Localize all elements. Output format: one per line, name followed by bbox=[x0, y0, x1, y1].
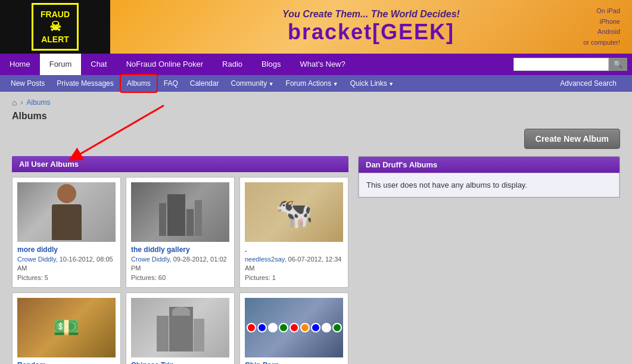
fraud-alert-line2: ALERT bbox=[41, 35, 70, 44]
album-card[interactable]: Chinese Trip bbox=[126, 293, 235, 364]
dan-druff-header: Dan Druff's Albums bbox=[359, 157, 619, 173]
create-album-row: Create New Album bbox=[12, 129, 620, 149]
album-user-3[interactable]: needless2say bbox=[245, 256, 284, 263]
banner-logo-part2: [GEEK] bbox=[372, 20, 454, 44]
album-thumb-3: 🐄 bbox=[245, 182, 343, 242]
album-name-4[interactable]: Random bbox=[17, 361, 116, 364]
right-panel: Dan Druff's Albums This user does not ha… bbox=[358, 156, 620, 364]
banner-right: On iPad iPhone Android or computer! bbox=[583, 6, 620, 48]
fraud-skull: ☠ bbox=[41, 19, 70, 35]
search-button[interactable]: 🔍 bbox=[609, 58, 627, 71]
album-card[interactable]: Chip Porn PLOL, 03-06-2012, bbox=[239, 293, 348, 364]
create-new-album-button[interactable]: Create New Album bbox=[524, 129, 620, 149]
nav-blogs[interactable]: Blogs bbox=[252, 54, 291, 75]
subnav-community[interactable]: Community bbox=[225, 75, 279, 92]
dan-panel: Dan Druff's Albums This user does not ha… bbox=[358, 156, 620, 198]
album-thumb-4: 💵 bbox=[17, 298, 116, 357]
page-title: Albums bbox=[12, 111, 620, 122]
left-panel: All User Albums more diddly Crowe Diddly… bbox=[12, 156, 348, 364]
all-user-albums-header: All User Albums bbox=[12, 156, 348, 172]
main-nav: Home Forum Chat NoFraud Online Poker Rad… bbox=[0, 54, 632, 75]
dan-druff-empty-message: This user does not have any albums to di… bbox=[359, 173, 619, 197]
subnav-forum-actions[interactable]: Forum Actions bbox=[280, 75, 344, 92]
album-name-2[interactable]: the diddly gallery bbox=[131, 245, 229, 254]
nav-radio[interactable]: Radio bbox=[213, 54, 252, 75]
album-user-2[interactable]: Crowe Diddly bbox=[131, 256, 170, 263]
album-card[interactable]: more diddly Crowe Diddly, 10-16-2012, 08… bbox=[12, 177, 121, 288]
subnav-private-messages[interactable]: Private Messages bbox=[51, 75, 119, 92]
album-card[interactable]: the diddly gallery Crowe Diddly, 09-28-2… bbox=[126, 177, 235, 288]
album-thumb-1 bbox=[17, 182, 116, 242]
subnav-new-posts[interactable]: New Posts bbox=[5, 75, 51, 92]
album-name-1[interactable]: more diddly bbox=[17, 245, 116, 254]
nav-forum[interactable]: Forum bbox=[40, 54, 82, 75]
subnav-calendar[interactable]: Calendar bbox=[184, 75, 225, 92]
album-grid: more diddly Crowe Diddly, 10-16-2012, 08… bbox=[12, 172, 348, 364]
banner-text: You Create Them... The World Decides! br… bbox=[282, 9, 460, 45]
subnav-quick-links[interactable]: Quick Links bbox=[344, 75, 400, 92]
breadcrumb-albums-link[interactable]: Albums bbox=[26, 98, 50, 107]
fraud-alert-line1: FRAUD bbox=[41, 10, 70, 19]
album-name-6[interactable]: Chip Porn bbox=[245, 361, 343, 364]
banner: You Create Them... The World Decides! br… bbox=[110, 0, 632, 54]
nav-chat[interactable]: Chat bbox=[81, 54, 116, 75]
album-thumb-6 bbox=[245, 298, 343, 357]
advanced-search-link[interactable]: Advanced Search bbox=[554, 75, 622, 92]
album-name-5[interactable]: Chinese Trip bbox=[131, 361, 229, 364]
album-user-1[interactable]: Crowe Diddly bbox=[17, 256, 56, 263]
subnav-albums[interactable]: Albums bbox=[120, 74, 158, 93]
nav-search-area: 🔍 bbox=[513, 58, 632, 71]
album-meta-3: needless2say, 06-07-2012, 12:34 AM Pictu… bbox=[245, 255, 343, 282]
album-thumb-5 bbox=[131, 298, 229, 357]
advanced-search-area: Advanced Search bbox=[554, 75, 627, 92]
fraud-alert-box: FRAUD ☠ ALERT bbox=[0, 0, 110, 54]
sub-nav: New Posts Private Messages Albums FAQ Ca… bbox=[0, 75, 632, 92]
top-area: FRAUD ☠ ALERT You Create Them... The Wor… bbox=[0, 0, 632, 54]
banner-logo: bracket[GEEK] bbox=[282, 20, 460, 45]
breadcrumb: ⌂ › Albums bbox=[12, 98, 620, 107]
album-meta-1: Crowe Diddly, 10-16-2012, 08:05 AM Pictu… bbox=[17, 255, 116, 282]
nav-nofraud[interactable]: NoFraud Online Poker bbox=[117, 54, 213, 75]
nav-whats-new[interactable]: What's New? bbox=[291, 54, 355, 75]
subnav-faq[interactable]: FAQ bbox=[158, 75, 184, 92]
banner-tagline: You Create Them... The World Decides! bbox=[282, 9, 460, 20]
content-area: ⌂ › Albums Albums Create New Album bbox=[0, 92, 632, 364]
home-icon: ⌂ bbox=[12, 98, 17, 107]
album-meta-2: Crowe Diddly, 09-28-2012, 01:02 PM Pictu… bbox=[131, 255, 229, 282]
albums-layout: All User Albums more diddly Crowe Diddly… bbox=[12, 156, 620, 364]
search-input[interactable] bbox=[513, 58, 609, 71]
album-card[interactable]: 💵 Random mtnDew, 04-06- bbox=[12, 293, 121, 364]
nav-home[interactable]: Home bbox=[0, 54, 40, 75]
album-card[interactable]: 🐄 . needless2say, 06-07-2012, 12:34 AM P… bbox=[239, 177, 348, 288]
album-name-3[interactable]: . bbox=[245, 245, 343, 254]
breadcrumb-sep: › bbox=[20, 98, 23, 107]
album-thumb-2 bbox=[131, 182, 229, 242]
banner-logo-part1: bracket bbox=[288, 20, 372, 44]
